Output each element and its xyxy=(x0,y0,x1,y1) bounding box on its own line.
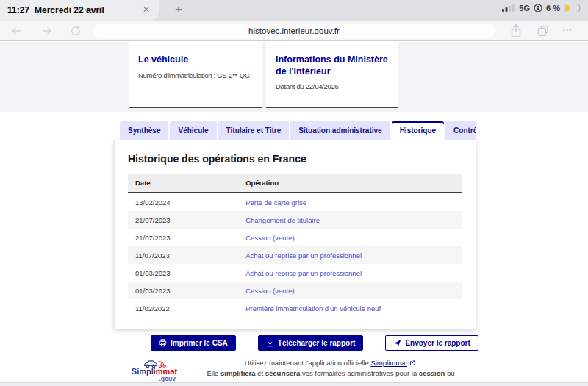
more-menu-icon[interactable]: ••• xyxy=(563,26,572,34)
tab-close-icon[interactable]: ✕ xyxy=(143,4,150,15)
tab-controles-techniques[interactable]: Contrôles techniques xyxy=(445,121,476,140)
status-icons: 5G 6 % xyxy=(502,4,582,12)
download-icon xyxy=(266,339,274,347)
url-text: histovec.interieur.gouv.fr xyxy=(248,26,340,35)
table-row: 21/07/2023 Changement de titulaire xyxy=(128,211,462,229)
table-row: 11/07/2023 Achat ou reprise par un profe… xyxy=(128,246,462,264)
history-title: Historique des opérations en France xyxy=(128,153,462,165)
send-report-button[interactable]: Envoyer le rapport xyxy=(385,335,478,351)
table-row: 21/07/2023 Cession (vente) xyxy=(128,229,462,246)
ministry-date-text: Datant du 22/04/2026 xyxy=(276,82,389,90)
back-icon[interactable] xyxy=(10,25,22,37)
column-header-operation: Opération xyxy=(238,174,462,193)
column-header-date: Date xyxy=(128,174,238,193)
footer-divider xyxy=(0,382,588,386)
table-row: 13/02/2024 Perte de carte grise xyxy=(128,193,462,211)
vehicle-card-title: Le véhicule xyxy=(138,54,252,66)
action-buttons: Imprimer le CSA Télécharger le rapport E… xyxy=(151,335,478,351)
vehicle-card: Le véhicule Numéro d'immatriculation : G… xyxy=(129,42,262,108)
simplimmat-gouv-label: .gouv xyxy=(129,376,180,382)
tab-historique[interactable]: Historique xyxy=(392,121,444,140)
ministry-card: Informations du Ministère de l'Intérieur… xyxy=(266,42,398,108)
print-csa-button[interactable]: Imprimer le CSA xyxy=(151,335,236,351)
tab-synthese[interactable]: Synthèse xyxy=(120,121,168,140)
forward-icon[interactable] xyxy=(41,25,53,37)
cellular-signal-icon xyxy=(502,4,515,12)
battery-icon xyxy=(564,4,582,12)
external-link-icon xyxy=(409,360,415,366)
table-row: 01/03/2023 Achat ou reprise par un profe… xyxy=(128,264,462,282)
page-content: Le véhicule Numéro d'immatriculation : G… xyxy=(0,41,588,386)
tab-vehicule[interactable]: Véhicule xyxy=(170,121,216,140)
share-icon[interactable] xyxy=(510,24,522,38)
table-row: 11/02/2022 Première immatriculation d'un… xyxy=(128,299,462,317)
printer-icon xyxy=(159,339,167,347)
battery-percent-label: 6 % xyxy=(546,4,560,12)
send-plane-icon xyxy=(393,339,401,347)
safari-tab-bar: rt vend 11:27 Mercredi 22 avril ✕ + 5G 6… xyxy=(0,0,588,21)
new-tab-button[interactable]: + xyxy=(175,2,182,17)
tab-situation-administrative[interactable]: Situation administrative xyxy=(290,121,390,140)
history-table: Date Opération 13/02/2024 Perte de carte… xyxy=(128,174,462,317)
table-row: 01/03/2023 Cession (vente) xyxy=(128,282,462,299)
simplimmat-link[interactable]: Simplimmat xyxy=(370,359,407,367)
address-bar[interactable]: histovec.interieur.gouv.fr xyxy=(93,24,495,38)
historique-panel-body: Historique des opérations en France Date… xyxy=(114,140,476,329)
tabs-overview-icon[interactable] xyxy=(537,25,549,37)
report-header-section: Le véhicule Numéro d'immatriculation : G… xyxy=(0,42,588,112)
simplimmat-logo[interactable]: Simplimmat .gouv xyxy=(129,358,180,384)
report-panel: Synthèse Véhicule Titulaire et Titre Sit… xyxy=(114,121,476,329)
table-header-row: Date Opération xyxy=(128,174,462,193)
ministry-card-title: Informations du Ministère de l'Intérieur xyxy=(276,54,389,77)
orientation-lock-icon xyxy=(534,4,542,12)
status-time: 11:27 xyxy=(7,5,29,15)
reload-icon[interactable] xyxy=(70,25,82,37)
report-tabs: Synthèse Véhicule Titulaire et Titre Sit… xyxy=(114,121,476,140)
safari-toolbar: histovec.interieur.gouv.fr ••• xyxy=(0,21,588,41)
network-type-label: 5G xyxy=(519,4,530,12)
download-report-button[interactable]: Télécharger le rapport xyxy=(258,335,364,351)
tab-titulaire-et-titre[interactable]: Titulaire et Titre xyxy=(218,121,290,140)
vehicle-plate-text: Numéro d'immatriculation : GE-2**-QC xyxy=(138,71,252,79)
status-date: Mercredi 22 avril xyxy=(35,5,104,15)
